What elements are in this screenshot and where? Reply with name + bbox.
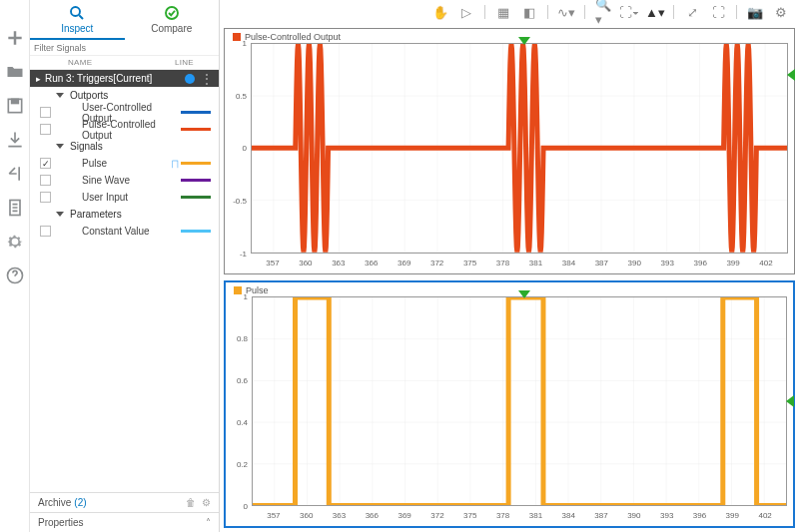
chevron-up-icon: ˄ <box>206 517 211 528</box>
run-status-dot <box>185 74 195 84</box>
folder-icon[interactable] <box>5 62 25 82</box>
svg-rect-1 <box>11 99 18 103</box>
legend-top: Pulse-Controlled Output <box>245 32 341 42</box>
main-area: ✋ ▷ ▦ ◧ ∿▾ 🔍▾ ⛶▾ ▲▾ ⤢ ⛶ 📷 ⚙ Pulse-Contro… <box>220 0 799 532</box>
filter-signals-input[interactable] <box>30 40 219 56</box>
tab-compare[interactable]: Compare <box>125 0 220 40</box>
plus-icon[interactable] <box>5 28 25 48</box>
signal-tree: Outports User-Controlled Output Pulse-Co… <box>30 87 219 240</box>
signal-sine[interactable]: Sine Wave <box>30 172 219 189</box>
run-label: Run 3: Triggers[Current] <box>45 73 152 84</box>
group-parameters[interactable]: Parameters <box>30 206 219 223</box>
settings-icon[interactable]: ⚙ <box>773 4 789 20</box>
tab-inspect[interactable]: Inspect <box>30 0 125 40</box>
signal-pulse-controlled[interactable]: Pulse-Controlled Output <box>30 121 219 138</box>
signal-pulse[interactable]: ✓Pulse⨅ <box>30 155 219 172</box>
snapshot-icon[interactable]: 📷 <box>747 4 763 20</box>
zoom-icon[interactable]: 🔍▾ <box>595 4 611 20</box>
chart-panel-bottom[interactable]: Pulse 00.20.40.60.8135736036336636937237… <box>224 280 795 529</box>
svg-point-4 <box>71 7 80 16</box>
col-line: LINE <box>175 58 219 67</box>
chart-panel-top[interactable]: Pulse-Controlled Output -1-0.500.5135736… <box>224 28 795 274</box>
legend-bottom: Pulse <box>246 285 269 295</box>
wave-icon[interactable]: ∿▾ <box>558 4 574 20</box>
grid-icon[interactable]: ▦ <box>495 4 511 20</box>
import-icon[interactable] <box>5 130 25 150</box>
archive-bar[interactable]: Archive (2) 🗑⚙ <box>30 492 219 512</box>
step-icon: ⨅ <box>172 158 179 170</box>
help-icon[interactable] <box>5 266 25 285</box>
signal-sidebar: Inspect Compare NAME LINE ▸ Run 3: Trigg… <box>30 0 220 532</box>
save-icon[interactable] <box>5 96 25 116</box>
run-more-icon[interactable]: ⋮ <box>201 75 213 83</box>
signal-user-input[interactable]: User Input <box>30 189 219 206</box>
archive-trash-icon[interactable]: 🗑 <box>186 497 196 508</box>
tab-compare-label: Compare <box>151 23 192 34</box>
col-name: NAME <box>38 58 175 67</box>
group-signals[interactable]: Signals <box>30 138 219 155</box>
column-headers: NAME LINE <box>30 56 219 70</box>
tab-inspect-label: Inspect <box>61 23 93 34</box>
archive-gear-icon[interactable]: ⚙ <box>202 497 211 508</box>
signal-constant[interactable]: Constant Value <box>30 223 219 240</box>
clear-icon[interactable]: ◧ <box>521 4 537 20</box>
play-icon[interactable]: ▷ <box>458 4 474 20</box>
pan-icon[interactable]: ✋ <box>432 4 448 20</box>
fullscreen-icon[interactable]: ⛶ <box>710 4 726 20</box>
export-icon[interactable] <box>5 164 25 184</box>
left-icon-rail <box>0 0 30 532</box>
gear-icon[interactable] <box>5 232 25 252</box>
page-icon[interactable] <box>5 198 25 218</box>
cursor-icon[interactable]: ▲▾ <box>647 4 663 20</box>
properties-bar[interactable]: Properties ˄ <box>30 512 219 532</box>
expand-icon[interactable]: ⤢ <box>684 4 700 20</box>
chart-panels: Pulse-Controlled Output -1-0.500.5135736… <box>220 24 799 532</box>
mode-tabs: Inspect Compare <box>30 0 219 40</box>
run-row[interactable]: ▸ Run 3: Triggers[Current] ⋮ <box>30 70 219 87</box>
fit-icon[interactable]: ⛶▾ <box>621 4 637 20</box>
plot-toolbar: ✋ ▷ ▦ ◧ ∿▾ 🔍▾ ⛶▾ ▲▾ ⤢ ⛶ 📷 ⚙ <box>220 0 799 24</box>
